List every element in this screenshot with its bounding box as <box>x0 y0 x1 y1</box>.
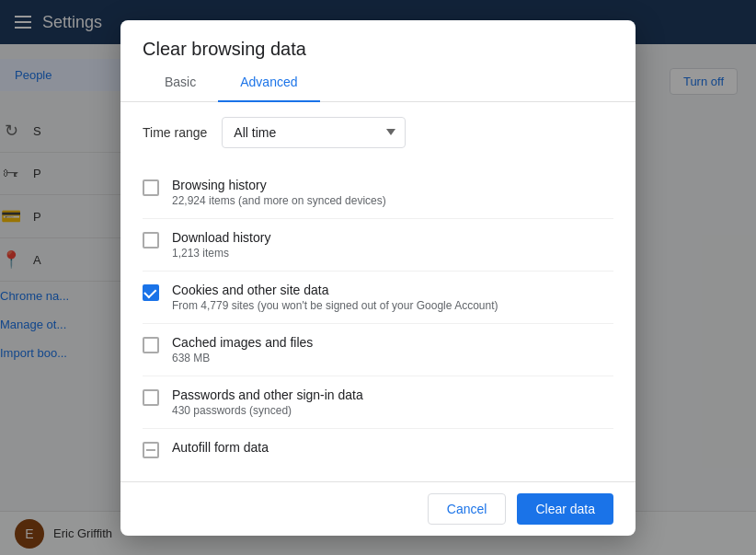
clear-data-button[interactable]: Clear data <box>517 493 613 525</box>
item-title-cached-images: Cached images and files <box>172 335 613 350</box>
item-title-browsing-history: Browsing history <box>172 178 613 192</box>
checkbox-download-history[interactable] <box>143 232 159 249</box>
checkbox-autofill[interactable] <box>143 442 159 458</box>
checkbox-item-passwords[interactable]: Passwords and other sign-in data430 pass… <box>143 376 613 429</box>
checkbox-wrapper-cookies[interactable] <box>143 284 159 301</box>
item-title-autofill: Autofill form data <box>172 440 613 455</box>
checkbox-item-cached-images[interactable]: Cached images and files638 MB <box>143 324 613 376</box>
clear-browsing-dialog: Clear browsing data Basic Advanced Time … <box>120 20 636 536</box>
checkbox-wrapper-browsing-history[interactable] <box>143 179 159 196</box>
tabs-row: Basic Advanced <box>120 64 636 102</box>
time-range-select[interactable]: Last hourLast 24 hoursLast 7 daysLast 4 … <box>222 117 406 148</box>
item-title-passwords: Passwords and other sign-in data <box>172 387 613 402</box>
item-desc-cached-images: 638 MB <box>172 352 613 364</box>
dialog-footer: Cancel Clear data <box>120 481 636 536</box>
item-text-cached-images: Cached images and files638 MB <box>172 335 613 364</box>
checkbox-wrapper-passwords[interactable] <box>143 389 159 406</box>
cancel-button[interactable]: Cancel <box>428 493 507 525</box>
checkbox-item-download-history[interactable]: Download history1,213 items <box>143 219 613 272</box>
item-text-autofill: Autofill form data <box>172 440 613 457</box>
checkbox-browsing-history[interactable] <box>143 179 159 196</box>
dialog-overlay: Clear browsing data Basic Advanced Time … <box>0 0 756 555</box>
item-desc-browsing-history: 22,924 items (and more on synced devices… <box>172 194 613 207</box>
checkbox-cookies[interactable] <box>143 284 159 301</box>
checkbox-list: Browsing history22,924 items (and more o… <box>143 167 613 469</box>
dialog-body: Time range Last hourLast 24 hoursLast 7 … <box>120 102 636 481</box>
time-range-row: Time range Last hourLast 24 hoursLast 7 … <box>143 117 613 148</box>
time-range-label: Time range <box>143 125 207 140</box>
checkbox-passwords[interactable] <box>143 389 159 406</box>
tab-advanced[interactable]: Advanced <box>218 64 319 102</box>
tab-basic[interactable]: Basic <box>143 64 218 102</box>
item-text-passwords: Passwords and other sign-in data430 pass… <box>172 387 613 417</box>
checkbox-wrapper-download-history[interactable] <box>143 232 159 249</box>
item-text-browsing-history: Browsing history22,924 items (and more o… <box>172 178 613 207</box>
checkbox-item-browsing-history[interactable]: Browsing history22,924 items (and more o… <box>143 167 613 219</box>
item-desc-cookies: From 4,779 sites (you won't be signed ou… <box>172 299 613 312</box>
checkbox-wrapper-cached-images[interactable] <box>143 337 159 353</box>
item-desc-download-history: 1,213 items <box>172 247 613 260</box>
item-text-cookies: Cookies and other site dataFrom 4,779 si… <box>172 283 613 312</box>
item-title-download-history: Download history <box>172 230 613 245</box>
item-title-cookies: Cookies and other site data <box>172 283 613 297</box>
item-text-download-history: Download history1,213 items <box>172 230 613 260</box>
checkbox-item-autofill[interactable]: Autofill form data <box>143 429 613 469</box>
item-desc-passwords: 430 passwords (synced) <box>172 404 613 417</box>
dialog-title: Clear browsing data <box>120 20 636 60</box>
checkbox-wrapper-autofill[interactable] <box>143 442 159 458</box>
checkbox-item-cookies[interactable]: Cookies and other site dataFrom 4,779 si… <box>143 272 613 324</box>
checkbox-cached-images[interactable] <box>143 337 159 353</box>
